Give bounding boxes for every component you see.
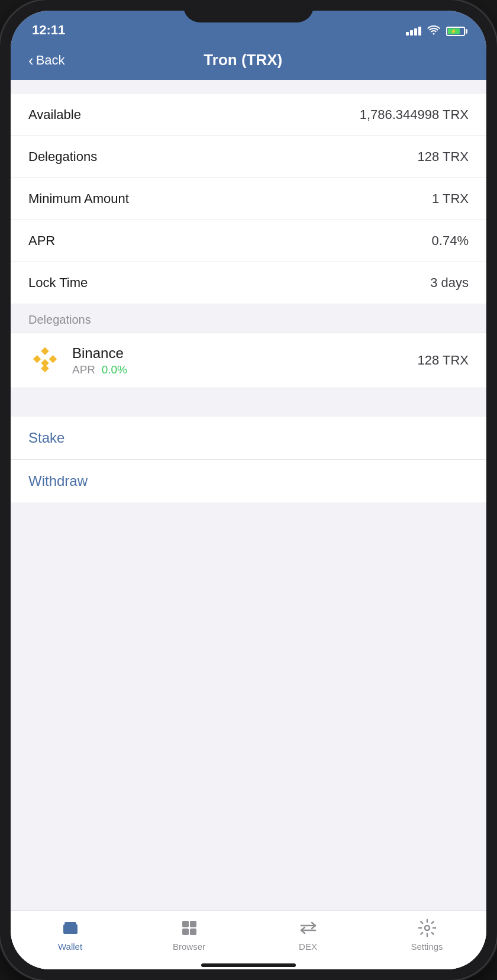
browser-tab-label: Browser [173, 942, 205, 952]
available-value: 1,786.344998 TRX [360, 107, 469, 122]
tab-browser[interactable]: Browser [130, 918, 248, 952]
empty-space [11, 502, 486, 910]
delegation-amount: 128 TRX [418, 353, 469, 368]
back-chevron-icon: ‹ [28, 53, 34, 68]
withdraw-label: Withdraw [28, 473, 88, 489]
info-row-delegations: Delegations 128 TRX [11, 136, 486, 178]
dex-icon [298, 918, 318, 938]
content-area: Available 1,786.344998 TRX Delegations 1… [11, 80, 486, 969]
stake-label: Stake [28, 430, 64, 446]
delegation-item-binance[interactable]: Binance APR 0.0% 128 TRX [11, 333, 486, 388]
nav-bar: ‹ Back Tron (TRX) [11, 44, 486, 80]
svg-marker-4 [41, 365, 49, 372]
home-indicator [201, 963, 296, 967]
minimum-label: Minimum Amount [28, 191, 129, 207]
status-icons: ⚡ [406, 24, 465, 39]
wallet-icon [60, 918, 80, 938]
svg-marker-2 [49, 355, 57, 363]
delegations-value: 128 TRX [418, 149, 469, 165]
info-row-locktime: Lock Time 3 days [11, 262, 486, 304]
available-label: Available [28, 107, 81, 122]
action-section: Stake Withdraw [11, 417, 486, 502]
tab-dex[interactable]: DEX [248, 918, 367, 952]
delegation-apr: APR 0.0% [72, 363, 418, 376]
delegation-name: Binance [72, 345, 418, 362]
locktime-label: Lock Time [28, 275, 88, 291]
svg-marker-0 [41, 347, 49, 355]
settings-tab-label: Settings [411, 942, 443, 952]
svg-point-12 [425, 926, 430, 930]
browser-icon [179, 918, 199, 938]
status-time: 12:11 [32, 22, 65, 39]
notch [183, 0, 314, 22]
back-label: Back [36, 53, 65, 68]
svg-rect-6 [182, 921, 189, 927]
svg-rect-7 [190, 921, 196, 927]
info-row-minimum: Minimum Amount 1 TRX [11, 178, 486, 220]
phone-screen: 12:11 ⚡ [11, 11, 486, 969]
phone-frame: 12:11 ⚡ [0, 0, 497, 980]
delegation-apr-value: 0.0% [102, 363, 127, 376]
delegations-header: Delegations [11, 304, 486, 333]
svg-rect-8 [182, 929, 189, 935]
apr-label: APR [28, 233, 55, 249]
delegations-section-label: Delegations [28, 313, 91, 326]
delegation-apr-label: APR [72, 363, 95, 376]
info-section: Available 1,786.344998 TRX Delegations 1… [11, 94, 486, 304]
settings-icon [417, 918, 437, 938]
delegations-label: Delegations [28, 149, 97, 165]
wifi-icon [427, 24, 440, 38]
stake-button[interactable]: Stake [11, 417, 486, 460]
tab-bar: Wallet Browser [11, 910, 486, 969]
delegation-info: Binance APR 0.0% [72, 345, 418, 376]
info-row-available: Available 1,786.344998 TRX [11, 94, 486, 136]
tab-settings[interactable]: Settings [367, 918, 486, 952]
withdraw-button[interactable]: Withdraw [11, 460, 486, 502]
svg-rect-5 [63, 924, 78, 934]
svg-rect-9 [190, 929, 196, 935]
back-button[interactable]: ‹ Back [28, 53, 65, 68]
svg-marker-1 [33, 355, 41, 363]
tab-wallet[interactable]: Wallet [11, 918, 130, 952]
page-title: Tron (TRX) [65, 51, 421, 69]
spacer-after-delegation [11, 388, 486, 402]
locktime-value: 3 days [430, 275, 469, 291]
wallet-tab-label: Wallet [58, 942, 82, 952]
info-row-apr: APR 0.74% [11, 220, 486, 262]
dex-tab-label: DEX [299, 942, 317, 952]
battery-icon: ⚡ [446, 27, 465, 36]
minimum-value: 1 TRX [432, 191, 469, 207]
apr-value: 0.74% [432, 233, 469, 249]
binance-icon [28, 344, 62, 377]
signal-icon [406, 27, 421, 36]
